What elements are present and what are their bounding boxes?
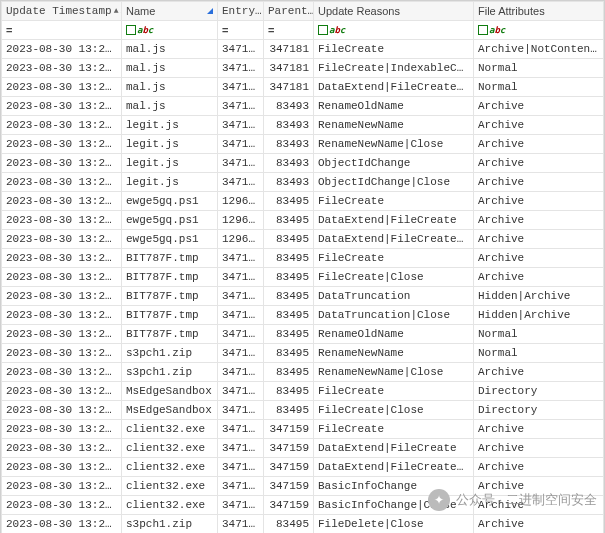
cell-entry: 347158 [218,344,264,363]
column-header-reasons[interactable]: Update Reasons [314,2,474,21]
cell-name: mal.js [122,40,218,59]
cell-name: ewge5gq.ps1 [122,192,218,211]
table-row[interactable]: 2023-08-30 13:26:24BIT787F.tmp3471588349… [2,306,604,325]
cell-parent: 83495 [264,268,314,287]
cell-attr: Archive [474,458,604,477]
cell-timestamp: 2023-08-30 13:21:28 [2,59,122,78]
cell-attr: Archive [474,230,604,249]
table-row[interactable]: 2023-08-30 13:21:28mal.js347190347181Fil… [2,59,604,78]
cell-reason: DataTruncation [314,287,474,306]
cell-attr: Normal [474,78,604,97]
filter-cell-name[interactable]: abc [122,21,218,40]
cell-parent: 347181 [264,59,314,78]
cell-attr: Archive [474,515,604,534]
cell-timestamp: 2023-08-30 13:26:27 [2,439,122,458]
cell-entry: 347158 [218,306,264,325]
table-row[interactable]: 2023-08-30 13:26:24MsEdgeSandbox34715983… [2,401,604,420]
filter-cell-timestamp[interactable]: = [2,21,122,40]
cell-name: client32.exe [122,477,218,496]
filter-cell-attr[interactable]: abc [474,21,604,40]
filter-cell-parent[interactable]: = [264,21,314,40]
cell-entry: 347190 [218,97,264,116]
cell-parent: 83495 [264,249,314,268]
cell-entry: 347158 [218,515,264,534]
table-row[interactable]: 2023-08-30 13:26:27client32.exe347168347… [2,477,604,496]
cell-timestamp: 2023-08-30 13:22:20 [2,97,122,116]
table-row[interactable]: 2023-08-30 13:26:24MsEdgeSandbox34715983… [2,382,604,401]
column-header-timestamp[interactable]: Update Timestamp ▲ … [2,2,122,21]
table-row[interactable]: 2023-08-30 13:26:22ewge5gq.ps11296748349… [2,211,604,230]
table-row[interactable]: 2023-08-30 13:26:28s3pch1.zip34715883495… [2,515,604,534]
cell-reason: RenameOldName [314,325,474,344]
cell-name: BIT787F.tmp [122,268,218,287]
table-row[interactable]: 2023-08-30 13:26:24BIT787F.tmp3471588349… [2,325,604,344]
cell-name: MsEdgeSandbox [122,382,218,401]
table-row[interactable]: 2023-08-30 13:26:22ewge5gq.ps11296748349… [2,230,604,249]
cell-name: legit.js [122,135,218,154]
cell-name: client32.exe [122,496,218,515]
table-row[interactable]: 2023-08-30 13:26:24BIT787F.tmp3471588349… [2,268,604,287]
table-row[interactable]: 2023-08-30 13:22:20legit.js34719083493Re… [2,135,604,154]
table-row[interactable]: 2023-08-30 13:26:11legit.js34719083493Ob… [2,173,604,192]
cell-attr: Normal [474,59,604,78]
table-row[interactable]: 2023-08-30 13:26:27client32.exe347168347… [2,420,604,439]
table-row[interactable]: 2023-08-30 13:26:24s3pch1.zip34715883495… [2,363,604,382]
cell-reason: ObjectIdChange|Close [314,173,474,192]
table-row[interactable]: 2023-08-30 13:26:27client32.exe347168347… [2,439,604,458]
column-label: Name [126,4,155,18]
table-row[interactable]: 2023-08-30 13:26:11legit.js34719083493Ob… [2,154,604,173]
filter-cell-reason[interactable]: abc [314,21,474,40]
fx-icon: abc [478,23,505,37]
cell-attr: Archive [474,97,604,116]
cell-parent: 83495 [264,382,314,401]
cell-parent: 83495 [264,325,314,344]
sort-asc-icon: ▲ [114,4,119,18]
table-row[interactable]: 2023-08-30 13:26:27client32.exe347168347… [2,458,604,477]
table-row[interactable]: 2023-08-30 13:26:24BIT787F.tmp3471588349… [2,287,604,306]
cell-reason: RenameOldName [314,97,474,116]
cell-entry: 347168 [218,496,264,515]
cell-attr: Archive [474,211,604,230]
cell-entry: 347159 [218,401,264,420]
cell-reason: BasicInfoChange|Close [314,496,474,515]
table-row[interactable]: 2023-08-30 13:22:20mal.js34719083493Rena… [2,97,604,116]
cell-parent: 83495 [264,211,314,230]
filter-cell-entry[interactable]: = [218,21,264,40]
cell-reason: FileCreate|IndexableChange|… [314,59,474,78]
table-row[interactable]: 2023-08-30 13:26:27client32.exe347168347… [2,496,604,515]
cell-name: client32.exe [122,420,218,439]
cell-name: s3pch1.zip [122,363,218,382]
cell-parent: 83495 [264,287,314,306]
table-row[interactable]: 2023-08-30 13:21:28mal.js347190347181Dat… [2,78,604,97]
column-header-entry[interactable]: Entry… [218,2,264,21]
cell-timestamp: 2023-08-30 13:26:22 [2,192,122,211]
cell-name: legit.js [122,173,218,192]
cell-name: BIT787F.tmp [122,287,218,306]
filter-active-icon [207,8,213,14]
cell-entry: 347190 [218,173,264,192]
table-row[interactable]: 2023-08-30 13:26:22ewge5gq.ps11296748349… [2,192,604,211]
cell-timestamp: 2023-08-30 13:22:20 [2,135,122,154]
table-row[interactable]: 2023-08-30 13:21:28mal.js347190347181Fil… [2,40,604,59]
table-row[interactable]: 2023-08-30 13:22:20legit.js34719083493Re… [2,116,604,135]
column-header-parent[interactable]: Parent… … [264,2,314,21]
cell-name: mal.js [122,97,218,116]
cell-parent: 83495 [264,344,314,363]
cell-parent: 83495 [264,306,314,325]
cell-name: MsEdgeSandbox [122,401,218,420]
cell-timestamp: 2023-08-30 13:26:24 [2,401,122,420]
cell-timestamp: 2023-08-30 13:21:28 [2,40,122,59]
cell-reason: FileCreate [314,382,474,401]
cell-attr: Archive [474,173,604,192]
column-header-name[interactable]: Name [122,2,218,21]
column-header-attributes[interactable]: File Attributes [474,2,604,21]
cell-entry: 347190 [218,40,264,59]
table-row[interactable]: 2023-08-30 13:26:24s3pch1.zip34715883495… [2,344,604,363]
cell-entry: 347168 [218,477,264,496]
cell-attr: Directory [474,401,604,420]
table-row[interactable]: 2023-08-30 13:26:24BIT787F.tmp3471588349… [2,249,604,268]
cell-timestamp: 2023-08-30 13:26:24 [2,287,122,306]
cell-parent: 83493 [264,135,314,154]
cell-parent: 83493 [264,173,314,192]
cell-name: BIT787F.tmp [122,249,218,268]
